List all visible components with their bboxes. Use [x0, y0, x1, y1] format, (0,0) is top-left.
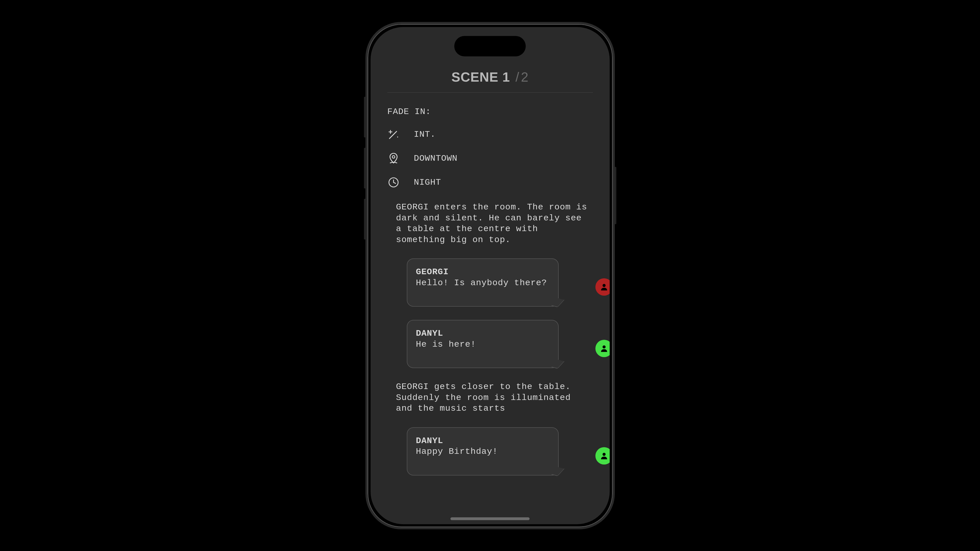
- phone-frame: SCENE 1 /2 FADE IN:: [366, 22, 615, 529]
- app-content[interactable]: SCENE 1 /2 FADE IN:: [371, 61, 610, 524]
- stage: SCENE 1 /2 FADE IN:: [0, 0, 980, 551]
- scene-current: 1: [502, 70, 510, 84]
- dialogue-character: DANYL: [416, 435, 549, 446]
- svg-point-3: [603, 284, 606, 287]
- dialogue-character: GEORGI: [416, 267, 549, 278]
- dialogue-bubble: DANYL Happy Birthday!: [407, 427, 558, 475]
- person-icon: [600, 344, 609, 353]
- dialogue-line: Happy Birthday!: [416, 446, 549, 457]
- home-indicator[interactable]: [450, 517, 530, 520]
- action-block: GEORGI enters the room. The room is dark…: [387, 202, 593, 245]
- person-icon: [600, 451, 609, 460]
- scene-label: SCENE: [452, 70, 498, 84]
- dialogue-line: Hello! Is anybody there?: [416, 278, 549, 289]
- scene-total: 2: [521, 70, 528, 84]
- phone-screen: SCENE 1 /2 FADE IN:: [371, 27, 610, 524]
- dialogue-block[interactable]: GEORGI Hello! Is anybody there?: [387, 259, 593, 306]
- svg-point-5: [603, 453, 606, 456]
- meta-location-value: DOWNTOWN: [414, 153, 458, 164]
- meta-location-row[interactable]: DOWNTOWN: [387, 152, 593, 165]
- dialogue-block[interactable]: DANYL He is here!: [387, 320, 593, 368]
- scene-title: SCENE 1 /2: [452, 69, 528, 85]
- action-block: GEORGI gets closer to the table. Suddenl…: [387, 381, 593, 414]
- meta-setting-value: INT.: [414, 129, 436, 140]
- svg-point-1: [392, 156, 395, 158]
- character-avatar[interactable]: [595, 340, 610, 357]
- scene-header: SCENE 1 /2: [387, 61, 593, 93]
- scene-meta: INT. DOWNTOWN: [387, 128, 593, 189]
- dialogue-bubble: DANYL He is here!: [407, 320, 558, 368]
- dialogue-character: DANYL: [416, 328, 549, 339]
- svg-point-0: [397, 137, 398, 138]
- scene-separator: /: [515, 70, 519, 84]
- person-icon: [600, 283, 609, 292]
- svg-point-4: [603, 345, 606, 348]
- fade-in-text: FADE IN:: [387, 106, 593, 118]
- character-avatar[interactable]: [595, 447, 610, 465]
- dialogue-bubble: GEORGI Hello! Is anybody there?: [407, 259, 558, 306]
- dynamic-island: [454, 36, 526, 56]
- character-avatar[interactable]: [595, 278, 610, 295]
- meta-time-value: NIGHT: [414, 177, 441, 188]
- clock-icon: [387, 176, 400, 189]
- meta-setting-row[interactable]: INT.: [387, 128, 593, 141]
- location-pin-icon: [387, 152, 400, 165]
- magic-wand-icon: [387, 128, 400, 141]
- dialogue-block[interactable]: DANYL Happy Birthday!: [387, 427, 593, 475]
- meta-time-row[interactable]: NIGHT: [387, 176, 593, 189]
- dialogue-line: He is here!: [416, 339, 549, 350]
